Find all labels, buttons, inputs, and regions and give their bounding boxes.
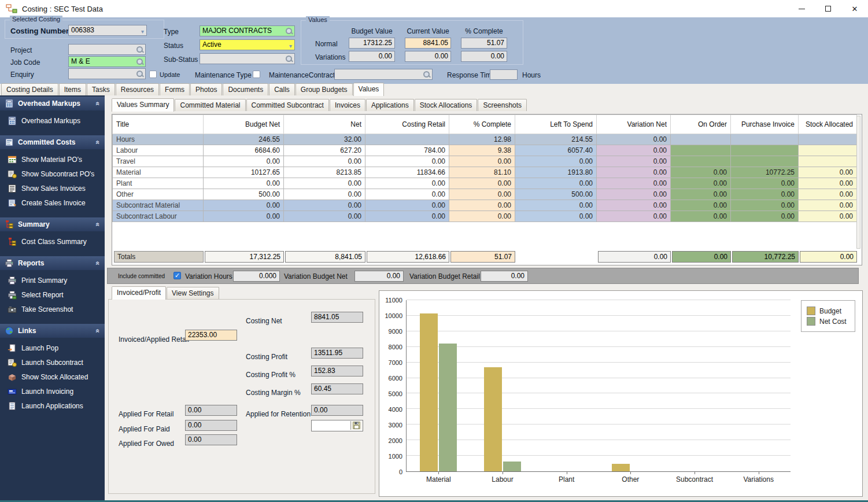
sidebar-section-reports: Reports«Print SummarySelect ReportTake S… <box>0 256 105 316</box>
tab-documents[interactable]: Documents <box>223 83 268 95</box>
search-icon[interactable] <box>136 70 144 78</box>
type-field[interactable]: MAJOR CONTRACTS <box>200 25 295 36</box>
costing-net-field: 8841.05 <box>311 312 363 323</box>
table-row-other[interactable]: Other500.000.000.000.00500.000.000.000.0… <box>113 189 857 200</box>
collapse-chevron-icon[interactable]: « <box>94 223 102 227</box>
sidebar-header-overhead-markups[interactable]: Overhead Markups« <box>0 97 105 110</box>
sidebar-item-show-sales-invoices[interactable]: Show Sales Invoices <box>0 181 105 195</box>
column-header-cr[interactable]: Costing Retail <box>365 115 449 134</box>
job-code-field[interactable]: M & E <box>68 56 146 67</box>
cell-pi: 0.00 <box>731 211 799 222</box>
sidebar-header-reports[interactable]: Reports« <box>0 256 105 270</box>
totals-pi: 10,772.25 <box>732 251 799 263</box>
column-header-lts[interactable]: Left To Spend <box>515 115 597 134</box>
tab-forms[interactable]: Forms <box>160 83 190 95</box>
panel-tab-invoiced-profit[interactable]: Invoiced/Profit <box>112 286 166 300</box>
maintenance-type-checkbox[interactable] <box>253 71 260 78</box>
tab-calls[interactable]: Calls <box>269 83 295 95</box>
column-header-bn[interactable]: Budget Net <box>204 115 284 134</box>
sidebar-item-select-report[interactable]: Select Report <box>0 287 105 302</box>
sidebar-item-take-screenshot[interactable]: Take Screenshot <box>0 302 105 316</box>
sidebar-item-print-summary[interactable]: Print Summary <box>0 273 105 287</box>
invoiced-applied-retail-field[interactable]: 22353.00 <box>185 330 237 341</box>
sidebar-header-committed-costs[interactable]: Committed Costs« <box>0 135 105 149</box>
subtab-committed-material[interactable]: Committed Material <box>175 99 245 111</box>
sidebar-item-launch-applications[interactable]: Launch Applications <box>0 398 105 413</box>
table-scrollbar[interactable] <box>856 116 860 249</box>
collapse-chevron-icon[interactable]: « <box>94 261 102 265</box>
column-header-vn[interactable]: Variation Net <box>597 115 671 134</box>
close-button[interactable]: ✕ <box>841 0 868 17</box>
column-header-title[interactable]: Title <box>113 115 204 134</box>
sidebar-item-overhead-markups[interactable]: Overhead Markups <box>0 113 105 128</box>
table-row-subcontract-material[interactable]: Subcontract Material0.000.000.000.000.00… <box>113 200 857 211</box>
sidebar-item-show-material-po-s[interactable]: Show Material PO's <box>0 152 105 167</box>
sidebar-item-launch-invoicing[interactable]: Launch Invoicing <box>0 384 105 398</box>
response-time-field[interactable] <box>490 69 518 80</box>
totals-cr: 12,618.66 <box>367 251 449 263</box>
applied-for-owed-field: 0.00 <box>185 434 237 445</box>
tab-tasks[interactable]: Tasks <box>87 83 115 95</box>
table-row-labour[interactable]: Labour6684.60627.20784.009.386057.400.00 <box>113 145 857 156</box>
sidebar-header-summary[interactable]: Summary« <box>0 217 105 231</box>
enquiry-field[interactable] <box>68 68 146 79</box>
column-header-oo[interactable]: On Order <box>671 115 731 134</box>
selected-costing-legend: Selected Costing <box>10 16 62 23</box>
column-header-pct[interactable]: % Complete <box>449 115 515 134</box>
subtab-invoices[interactable]: Invoices <box>330 99 365 111</box>
search-icon[interactable] <box>136 58 144 66</box>
cell-title: Subcontract Material <box>113 200 204 211</box>
table-row-hours[interactable]: Hours246.5532.0012.98214.550.00 <box>113 134 857 145</box>
search-icon[interactable] <box>423 71 431 79</box>
collapse-chevron-icon[interactable]: « <box>94 329 102 333</box>
collapse-chevron-icon[interactable]: « <box>94 102 102 106</box>
values-legend: Values <box>306 16 330 23</box>
column-header-net[interactable]: Net <box>284 115 365 134</box>
minimize-button[interactable] <box>788 0 815 17</box>
update-checkbox[interactable] <box>149 71 157 78</box>
tab-resources[interactable]: Resources <box>116 83 159 95</box>
subtab-committed-subcontract[interactable]: Committed Subcontract <box>246 99 329 111</box>
search-icon[interactable] <box>285 27 293 35</box>
column-header-sa[interactable]: Stock Allocated <box>799 115 857 134</box>
sidebar-item-create-sales-invoice[interactable]: Create Sales Invoice <box>0 195 105 210</box>
table-row-subcontract-labour[interactable]: Subcontract Labour0.000.000.000.000.000.… <box>113 211 857 222</box>
y-tick-label: 6000 <box>389 375 402 382</box>
subtab-screenshots[interactable]: Screenshots <box>478 99 527 111</box>
include-committed-checkbox[interactable] <box>173 272 181 279</box>
sidebar-item-show-subcontract-po-s[interactable]: Show Subcontract PO's <box>0 167 105 181</box>
x-tick-label: Material <box>407 475 471 483</box>
search-icon[interactable] <box>136 46 144 54</box>
column-header-pi[interactable]: Purchase Invoice <box>731 115 799 134</box>
save-button[interactable] <box>350 421 362 430</box>
maximize-button[interactable] <box>815 0 841 17</box>
table-row-material[interactable]: Material10127.658213.8511834.6681.101913… <box>113 167 857 178</box>
bar-net-cost-labour <box>503 462 521 471</box>
subtab-stock-allocations[interactable]: Stock Allocations <box>415 99 478 111</box>
status-field[interactable]: Active▾ <box>200 39 295 50</box>
project-field[interactable] <box>68 44 146 55</box>
tab-costing-details[interactable]: Costing Details <box>1 83 58 95</box>
cell-oo <box>671 156 731 167</box>
sidebar-item-cost-class-summary[interactable]: Cost Class Summary <box>0 234 105 249</box>
sidebar-item-launch-subcontract[interactable]: Launch Subcontract <box>0 355 105 370</box>
table-row-travel[interactable]: Travel0.000.000.000.000.000.00 <box>113 156 857 167</box>
sub-status-field[interactable] <box>200 53 295 64</box>
panel-tab-view-settings[interactable]: View Settings <box>167 287 219 299</box>
collapse-chevron-icon[interactable]: « <box>94 141 102 145</box>
sidebar-item-launch-pop[interactable]: Launch Pop <box>0 341 105 355</box>
tab-group-budgets[interactable]: Group Budgets <box>296 83 353 95</box>
save-input-field[interactable] <box>311 420 363 431</box>
subtab-values-summary[interactable]: Values Summary <box>112 98 174 112</box>
sidebar-item-label: Launch Invoicing <box>21 387 73 396</box>
tab-items[interactable]: Items <box>59 83 86 95</box>
tab-photos[interactable]: Photos <box>190 83 222 95</box>
search-icon[interactable] <box>285 55 293 63</box>
sidebar-header-links[interactable]: Links« <box>0 324 105 338</box>
table-row-plant[interactable]: Plant0.000.000.000.000.000.000.000.000.0… <box>113 178 857 189</box>
subtab-applications[interactable]: Applications <box>366 99 414 111</box>
tab-values[interactable]: Values <box>353 83 385 96</box>
sidebar-item-show-stock-allocated[interactable]: Show Stock Allocated <box>0 370 105 384</box>
maintenance-contract-field[interactable] <box>334 69 433 80</box>
costing-number-combo[interactable]: 006383 ▾ <box>68 25 147 36</box>
